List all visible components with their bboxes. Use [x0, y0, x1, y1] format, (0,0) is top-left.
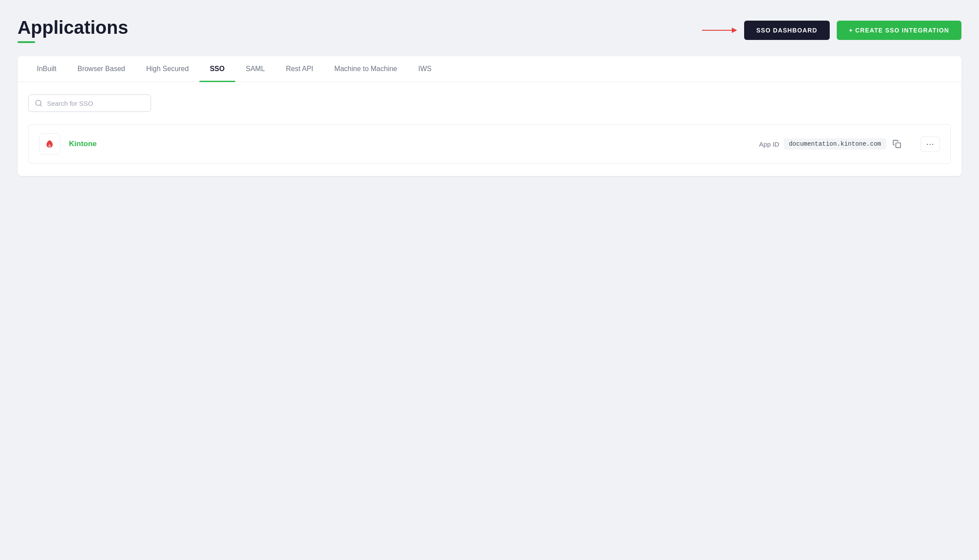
- main-card: InBuilt Browser Based High Secured SSO S…: [18, 56, 961, 176]
- page-title-block: Applications: [18, 18, 128, 43]
- tabs-container: InBuilt Browser Based High Secured SSO S…: [18, 56, 961, 82]
- page-title: Applications: [18, 18, 128, 38]
- tab-inbuilt[interactable]: InBuilt: [26, 56, 67, 82]
- search-container: [28, 94, 951, 112]
- title-underline: [18, 41, 35, 43]
- app-id-label: App ID: [759, 140, 779, 148]
- create-sso-button[interactable]: + CREATE SSO INTEGRATION: [837, 21, 961, 40]
- more-options-icon: ···: [926, 140, 934, 149]
- app-logo: [39, 133, 60, 154]
- tab-iws[interactable]: IWS: [408, 56, 442, 82]
- more-options-button[interactable]: ···: [921, 136, 940, 152]
- search-input[interactable]: [47, 100, 144, 107]
- app-list: Kintone App ID documentation.kintone.com…: [28, 124, 951, 164]
- copy-icon: [893, 140, 901, 148]
- app-id-value: documentation.kintone.com: [784, 138, 886, 150]
- svg-line-3: [40, 105, 41, 106]
- table-row: Kintone App ID documentation.kintone.com…: [28, 124, 951, 164]
- svg-marker-1: [732, 28, 737, 33]
- tab-sso[interactable]: SSO: [199, 56, 235, 82]
- tab-machine-to-machine[interactable]: Machine to Machine: [324, 56, 408, 82]
- tab-saml[interactable]: SAML: [235, 56, 276, 82]
- arrow-indicator: [702, 26, 737, 35]
- tab-rest-api[interactable]: Rest API: [275, 56, 324, 82]
- sso-dashboard-button[interactable]: SSO DASHBOARD: [744, 21, 830, 40]
- search-input-wrapper: [28, 94, 151, 112]
- tab-high-secured[interactable]: High Secured: [136, 56, 199, 82]
- svg-rect-4: [896, 143, 900, 148]
- page-header: Applications SSO DASHBOARD + CREATE SSO …: [18, 18, 961, 43]
- header-actions: SSO DASHBOARD + CREATE SSO INTEGRATION: [702, 21, 961, 40]
- app-id-section: App ID documentation.kintone.com: [759, 138, 903, 150]
- content-area: Kintone App ID documentation.kintone.com…: [18, 82, 961, 176]
- copy-app-id-button[interactable]: [891, 138, 903, 150]
- tab-browser-based[interactable]: Browser Based: [67, 56, 136, 82]
- search-icon: [35, 99, 43, 107]
- app-name: Kintone: [69, 140, 750, 148]
